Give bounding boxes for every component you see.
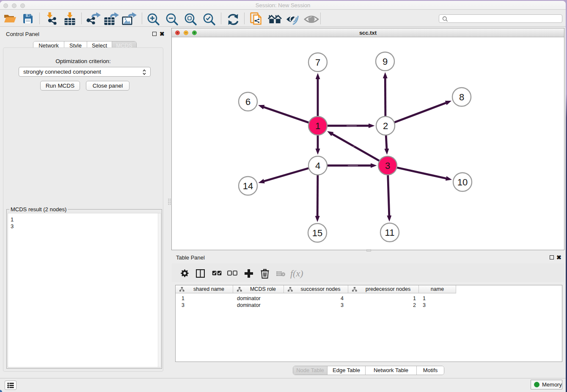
svg-text:2: 2 [383, 121, 388, 131]
svg-text:6: 6 [245, 97, 250, 107]
svg-text:4: 4 [315, 160, 320, 171]
svg-text:15: 15 [312, 228, 322, 238]
svg-text:1: 1 [315, 121, 320, 131]
svg-text:8: 8 [459, 92, 464, 102]
svg-text:3: 3 [385, 160, 390, 171]
svg-text:9: 9 [383, 56, 388, 67]
svg-text:7: 7 [315, 57, 320, 68]
svg-text:14: 14 [243, 181, 253, 191]
svg-text:11: 11 [385, 227, 395, 238]
svg-text:10: 10 [457, 177, 468, 188]
